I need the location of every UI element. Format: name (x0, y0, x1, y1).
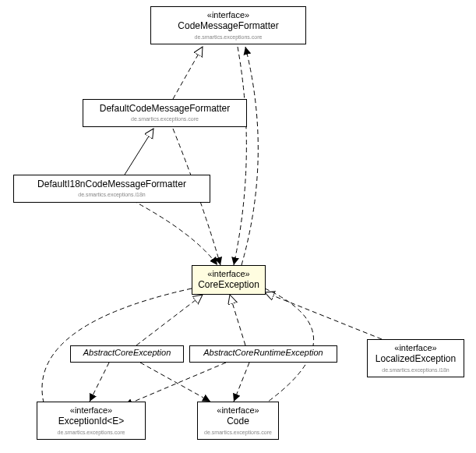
package-name: de.smartics.exceptions.i18n (19, 192, 205, 198)
class-name: AbstractCoreException (72, 348, 182, 358)
stereotype: «interface» (42, 405, 140, 416)
package-name: de.smartics.exceptions.core (203, 430, 273, 436)
class-abstractcoreexception[interactable]: AbstractCoreException (70, 345, 184, 363)
class-codemessageformatter[interactable]: «interface» CodeMessageFormatter de.smar… (150, 6, 306, 44)
class-name: Code (203, 416, 273, 426)
class-coreexception[interactable]: «interface» CoreException (192, 265, 266, 295)
class-name: DefaultCodeMessageFormatter (88, 103, 242, 114)
stereotype: «interface» (372, 343, 459, 353)
class-name: LocalizedException (372, 353, 459, 364)
stereotype: «interface» (197, 269, 260, 279)
class-defaulti18ncodemessageformatter[interactable]: DefaultI18nCodeMessageFormatter de.smart… (13, 175, 210, 203)
stereotype: «interface» (203, 405, 273, 416)
package-name: de.smartics.exceptions.core (88, 116, 242, 122)
package-name: de.smartics.exceptions.core (42, 430, 140, 436)
class-code[interactable]: «interface» Code de.smartics.exceptions.… (197, 402, 279, 440)
class-name: AbstractCoreRuntimeException (192, 348, 335, 358)
stereotype: «interface» (156, 10, 301, 20)
class-defaultcodemessageformatter[interactable]: DefaultCodeMessageFormatter de.smartics.… (83, 99, 247, 127)
class-name: CodeMessageFormatter (156, 20, 301, 31)
package-name: de.smartics.exceptions.core (156, 34, 301, 41)
class-name: CoreException (197, 279, 260, 290)
class-exceptionid[interactable]: «interface» ExceptionId<E> de.smartics.e… (37, 402, 146, 440)
class-abstractcoreruntimeexception[interactable]: AbstractCoreRuntimeException (189, 345, 337, 363)
class-localizedexception[interactable]: «interface» LocalizedException de.smarti… (367, 339, 464, 377)
class-name: DefaultI18nCodeMessageFormatter (19, 179, 205, 189)
package-name: de.smartics.exceptions.i18n (372, 367, 459, 373)
class-name: ExceptionId<E> (42, 416, 140, 426)
